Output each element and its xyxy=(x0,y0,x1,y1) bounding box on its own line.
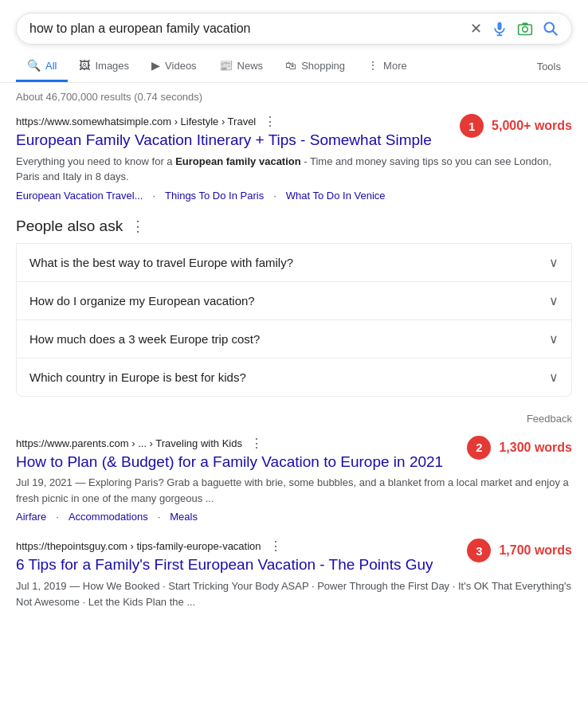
sitelink-sep-1: · xyxy=(152,190,155,202)
result-item-2: 2 1,300 words https://www.parents.com › … xyxy=(16,436,572,523)
paa-item-1[interactable]: How do I organize my European vacation? … xyxy=(16,281,572,319)
result-snippet-2: Jul 19, 2021 — Exploring Paris? Grab a b… xyxy=(16,475,572,506)
results-area: About 46,700,000 results (0.74 seconds) … xyxy=(0,83,588,641)
videos-tab-icon: ▶ xyxy=(151,59,160,72)
svg-point-4 xyxy=(523,27,528,33)
snippet-bold-1: European family vacation xyxy=(175,155,301,167)
sitelink-sep-4: · xyxy=(158,511,161,523)
result-menu-dots-1[interactable]: ⋮ xyxy=(264,114,276,129)
result-item-3: 3 1,700 words https://thepointsguy.com ›… xyxy=(16,539,572,609)
sitelink-sep-2: · xyxy=(273,190,276,202)
clear-icon[interactable]: ✕ xyxy=(470,20,482,37)
svg-rect-5 xyxy=(523,23,528,25)
tab-images-label: Images xyxy=(95,60,129,72)
svg-line-7 xyxy=(553,31,558,36)
tab-more-label: More xyxy=(383,60,407,72)
news-tab-icon: 📰 xyxy=(219,59,233,72)
result-url-3: https://thepointsguy.com › tips-family-e… xyxy=(16,540,261,552)
result-menu-dots-3[interactable]: ⋮ xyxy=(269,539,282,554)
paa-chevron-3: ∨ xyxy=(549,370,559,385)
paa-question-0: What is the best way to travel Europe wi… xyxy=(29,256,293,269)
snippet-before-1: Everything you need to know for a xyxy=(16,155,175,167)
paa-item-0[interactable]: What is the best way to travel Europe wi… xyxy=(16,243,572,281)
tab-news-label: News xyxy=(237,60,264,72)
tab-videos-label: Videos xyxy=(165,60,197,72)
badge-words-1: 5,000+ words xyxy=(492,119,572,133)
search-input[interactable] xyxy=(29,22,462,36)
paa-title: People also ask xyxy=(16,217,123,235)
paa-item-2[interactable]: How much does a 3 week Europe trip cost?… xyxy=(16,319,572,358)
tab-news[interactable]: 📰 News xyxy=(208,51,275,82)
badge-3: 3 1,700 words xyxy=(467,539,572,562)
tab-images[interactable]: 🖼 Images xyxy=(68,51,140,82)
shopping-tab-icon: 🛍 xyxy=(285,59,296,72)
sitelink-1-1[interactable]: Things To Do In Paris xyxy=(165,190,264,202)
search-bar-section: ✕ xyxy=(0,0,588,45)
paa-chevron-0: ∨ xyxy=(549,255,559,270)
badge-circle-3: 3 xyxy=(467,539,491,562)
badge-circle-2: 2 xyxy=(467,436,491,460)
result-url-1: https://www.somewhatsimple.com › Lifesty… xyxy=(16,116,256,127)
microphone-icon[interactable] xyxy=(492,21,508,37)
tab-more[interactable]: ⋮ More xyxy=(356,51,418,82)
paa-header: People also ask ⋮ xyxy=(16,217,572,235)
badge-2: 2 1,300 words xyxy=(467,436,572,460)
result-snippet-1: Everything you need to know for a Europe… xyxy=(16,154,572,185)
nav-tabs: 🔍 All 🖼 Images ▶ Videos 📰 News 🛍 Shoppin… xyxy=(0,45,588,83)
search-bar: ✕ xyxy=(16,13,572,45)
paa-menu-dots[interactable]: ⋮ xyxy=(131,217,145,235)
paa-chevron-2: ∨ xyxy=(549,331,559,347)
tools-button[interactable]: Tools xyxy=(526,53,572,80)
result-sitelinks-2: Airfare · Accommodations · Meals xyxy=(16,511,572,523)
result-url-2: https://www.parents.com › ... › Travelin… xyxy=(16,437,242,449)
result-menu-dots-2[interactable]: ⋮ xyxy=(250,436,263,451)
paa-question-3: Which country in Europe is best for kids… xyxy=(29,370,246,384)
sitelink-1-2[interactable]: What To Do In Venice xyxy=(286,190,386,202)
more-tab-icon: ⋮ xyxy=(367,59,378,72)
paa-item-3[interactable]: Which country in Europe is best for kids… xyxy=(16,358,572,397)
tab-shopping-label: Shopping xyxy=(301,60,345,72)
badge-circle-1: 1 xyxy=(460,114,484,138)
feedback-label[interactable]: Feedback xyxy=(16,413,572,425)
search-submit-icon[interactable] xyxy=(543,21,559,37)
camera-icon[interactable] xyxy=(517,21,533,37)
all-tab-icon: 🔍 xyxy=(27,59,41,72)
results-count: About 46,700,000 results (0.74 seconds) xyxy=(16,91,572,103)
result-snippet-3: Jul 1, 2019 — How We Booked · Start Tric… xyxy=(16,578,572,609)
badge-1: 1 5,000+ words xyxy=(460,114,572,138)
tab-shopping[interactable]: 🛍 Shopping xyxy=(274,51,356,82)
sitelink-2-0[interactable]: Airfare xyxy=(16,511,46,523)
sitelink-2-2[interactable]: Meals xyxy=(170,511,198,523)
badge-words-2: 1,300 words xyxy=(499,441,572,455)
sitelink-1-0[interactable]: European Vacation Travel... xyxy=(16,190,143,202)
result-item-1: 1 5,000+ words https://www.somewhatsimpl… xyxy=(16,114,572,202)
paa-question-1: How do I organize my European vacation? xyxy=(29,294,255,308)
sitelink-2-1[interactable]: Accommodations xyxy=(69,511,148,523)
paa-question-2: How much does a 3 week Europe trip cost? xyxy=(29,332,260,346)
svg-rect-0 xyxy=(498,22,502,30)
paa-chevron-1: ∨ xyxy=(549,293,559,308)
sitelink-sep-3: · xyxy=(56,511,59,523)
people-also-ask: People also ask ⋮ What is the best way t… xyxy=(16,217,572,397)
images-tab-icon: 🖼 xyxy=(79,59,90,72)
tab-all-label: All xyxy=(45,60,57,72)
tab-all[interactable]: 🔍 All xyxy=(16,51,68,82)
svg-point-6 xyxy=(545,23,555,33)
tab-videos[interactable]: ▶ Videos xyxy=(140,51,208,82)
search-icon-group: ✕ xyxy=(470,20,559,37)
badge-words-3: 1,700 words xyxy=(499,543,572,558)
result-sitelinks-1: European Vacation Travel... · Things To … xyxy=(16,190,572,202)
